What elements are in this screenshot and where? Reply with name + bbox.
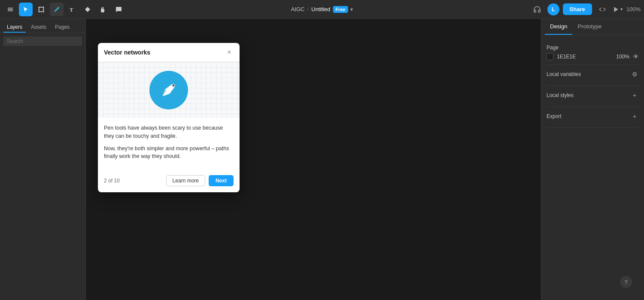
popup-text-1: Pen tools have always been scary to use …: [104, 124, 234, 140]
left-sidebar: Layers Assets Pages: [0, 19, 86, 300]
menu-button[interactable]: [3, 3, 17, 16]
app-name: AIGC: [291, 6, 305, 12]
popup-text-2: Now, they're both simpler and more power…: [104, 145, 234, 161]
right-panel-tabs: Design Prototype: [541, 19, 644, 35]
sidebar-tab-pages[interactable]: Pages: [52, 22, 73, 33]
next-button[interactable]: Next: [209, 175, 234, 186]
local-variables-section: Local variables ⚙: [547, 66, 639, 86]
breadcrumb-separator: /: [307, 6, 309, 12]
toolbar-center: AIGC / Untitled Free ▾: [291, 6, 353, 13]
popup-image: [98, 62, 240, 118]
plan-dropdown[interactable]: ▾: [350, 6, 353, 12]
code-icon[interactable]: [595, 3, 609, 16]
page-section-header: Page: [547, 45, 639, 51]
pen-tool[interactable]: [50, 3, 64, 16]
export-title: Export: [547, 113, 562, 119]
popup-close-button[interactable]: ×: [225, 48, 234, 57]
circle-icon: [149, 71, 188, 109]
tab-design[interactable]: Design: [545, 19, 572, 35]
page-color-row: 1E1E1E 100% 👁: [547, 53, 639, 60]
local-variables-settings-icon[interactable]: ⚙: [630, 70, 639, 79]
zoom-level[interactable]: 100%: [626, 6, 641, 12]
local-styles-add-icon[interactable]: +: [630, 91, 639, 100]
popup-body: Pen tools have always been scary to use …: [98, 118, 240, 171]
popup-footer: 2 of 10 Learn more Next: [98, 171, 240, 192]
text-tool[interactable]: T: [65, 3, 79, 16]
sidebar-tab-layers[interactable]: Layers: [3, 22, 26, 33]
export-add-icon[interactable]: +: [630, 112, 639, 121]
page-color-swatch[interactable]: [547, 53, 553, 60]
local-styles-section: Local styles +: [547, 87, 639, 107]
svg-marker-19: [614, 7, 618, 12]
popup-title: Vector networks: [104, 49, 150, 56]
toolbar: T AIGC / Untitled Free ▾ L Share: [0, 0, 644, 19]
select-tool[interactable]: [19, 3, 33, 16]
tab-prototype[interactable]: Prototype: [572, 19, 607, 35]
vector-networks-popup: Vector networks ×: [98, 43, 240, 192]
svg-rect-1: [8, 9, 13, 10]
export-section: Export +: [547, 108, 639, 128]
local-variables-header: Local variables ⚙: [547, 70, 639, 79]
right-panel-content: Page 1E1E1E 100% 👁 Local variables ⚙: [541, 35, 644, 133]
frame-tool[interactable]: [34, 3, 48, 16]
share-button[interactable]: Share: [563, 3, 592, 15]
hand-tool[interactable]: [96, 3, 110, 16]
sidebar-tab-assets[interactable]: Assets: [27, 22, 50, 33]
avatar[interactable]: L: [547, 3, 559, 15]
plan-badge[interactable]: Free: [333, 6, 348, 13]
file-name[interactable]: Untitled: [311, 6, 330, 12]
local-styles-header: Local styles +: [547, 91, 639, 100]
visibility-toggle[interactable]: 👁: [633, 53, 639, 60]
page-color-hex[interactable]: 1E1E1E: [557, 54, 613, 60]
search-input[interactable]: [3, 36, 82, 46]
popup-header: Vector networks ×: [98, 43, 240, 62]
component-tool[interactable]: [81, 3, 94, 16]
right-sidebar: Design Prototype Page 1E1E1E 100% 👁 Loc: [541, 19, 644, 300]
svg-point-20: [172, 84, 175, 87]
export-header: Export +: [547, 112, 639, 121]
svg-rect-3: [39, 7, 43, 12]
canvas[interactable]: Vector networks ×: [86, 19, 541, 300]
page-section: Page 1E1E1E 100% 👁: [547, 40, 639, 65]
sidebar-search-area: [0, 33, 85, 49]
page-section-title: Page: [547, 45, 559, 51]
svg-marker-18: [85, 7, 90, 12]
headphone-icon[interactable]: [530, 3, 544, 16]
local-variables-title: Local variables: [547, 71, 581, 77]
svg-rect-2: [8, 10, 13, 11]
popup-actions: Learn more Next: [166, 175, 234, 186]
sidebar-tabs: Layers Assets Pages: [0, 19, 85, 33]
page-indicator: 2 of 10: [104, 178, 120, 184]
svg-rect-0: [8, 8, 13, 9]
toolbar-tools: T: [3, 3, 125, 16]
popup-image-inner: [98, 62, 240, 118]
help-button[interactable]: ?: [620, 276, 632, 288]
comment-tool[interactable]: [112, 3, 125, 16]
learn-more-button[interactable]: Learn more: [166, 175, 205, 186]
toolbar-right: L Share ▾ 100%: [530, 3, 641, 16]
local-styles-title: Local styles: [547, 92, 574, 98]
page-color-opacity[interactable]: 100%: [616, 54, 629, 60]
play-button[interactable]: ▾: [613, 6, 623, 13]
main-area: Layers Assets Pages Vector networks ×: [0, 19, 644, 300]
svg-text:T: T: [70, 6, 73, 13]
